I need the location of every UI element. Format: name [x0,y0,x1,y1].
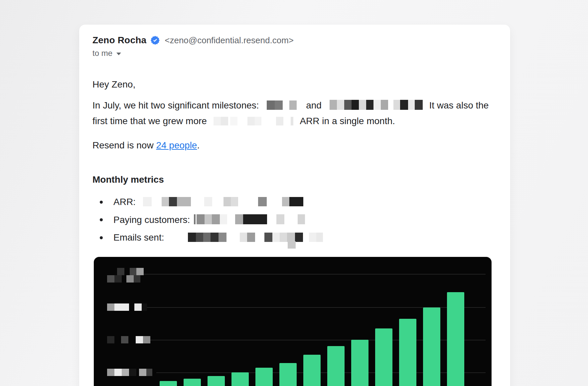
recipient-label: to me [92,49,112,58]
metric-label: ARR: [113,197,136,207]
metric-label: Emails sent: [113,232,164,243]
chart-axis-label-redacted [107,336,150,343]
people-link[interactable]: 24 people [156,140,197,150]
redacted-block-fragment [288,241,296,249]
chart-gridline [137,274,486,275]
chart-bar [447,292,464,386]
arr-month-text: ARR in a single month. [300,116,395,126]
chart-axis-label-redacted [107,303,147,311]
sender-name: Zeno Rocha [92,35,146,46]
team-size-suffix: . [197,140,200,150]
redacted-block [194,214,305,224]
chart-bar [303,355,321,386]
email-card: Zeno Rocha <zeno@confidential.resend.com… [79,25,510,386]
chart-axis-label-redacted [109,268,144,275]
redacted-block [188,233,323,242]
team-size-prefix: Resend is now [92,140,156,150]
redacted-block [214,117,293,125]
milestones-text: In July, we hit two significant mileston… [92,100,259,110]
bullet-icon [100,236,103,239]
verified-badge-icon [150,36,160,45]
metrics-list: ARR: Paying customers: Emails sent: [92,197,497,243]
metric-item-emails-sent: Emails sent: [92,232,497,243]
greeting-text: Hey Zeno, [92,78,497,91]
sender-address: <zeno@confidential.resend.com> [165,35,294,46]
chart-bar [208,376,225,386]
chart-bar [351,340,368,386]
chart-bar [184,379,201,386]
team-size-paragraph: Resend is now 24 people. [92,139,497,152]
bullet-icon [100,218,103,221]
chart-bar [160,381,177,386]
chart-bar [375,328,392,386]
chart-bar [327,346,345,386]
email-viewer: { "colors": { "background": "#f2f2f3", "… [0,0,588,386]
metric-label: Paying customers: [113,215,190,225]
chart-bar [279,363,297,386]
redacted-block [267,100,297,110]
email-header: Zeno Rocha <zeno@confidential.resend.com… [92,35,497,46]
milestones-and-text: and [306,100,322,110]
metric-item-paying-customers: Paying customers: [92,214,497,225]
bullet-icon [100,201,103,204]
metrics-heading: Monthly metrics [92,174,497,185]
chevron-down-icon [116,53,121,55]
redacted-block [330,100,423,110]
redacted-block [143,197,303,206]
grew-more-text: first time that we grew more [92,116,207,126]
chart-bar [231,372,249,386]
metric-item-arr: ARR: [92,197,497,207]
metrics-bar-chart [94,257,492,386]
recipient-dropdown[interactable]: to me [92,49,497,58]
milestones-paragraph: In July, we hit two significant mileston… [92,97,497,129]
chart-bar [255,368,273,386]
chart-bar [423,307,440,386]
chart-bar [399,319,416,386]
chart-axis-label-redacted [107,275,140,283]
chart-axis-label-redacted [107,369,152,376]
milestones-suffix-text: It was also the [429,100,489,110]
